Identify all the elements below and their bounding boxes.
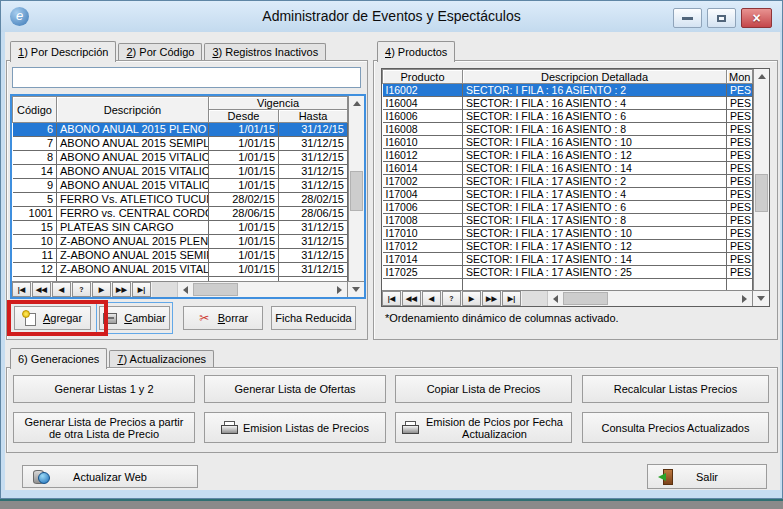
table-row[interactable]: 6ABONO ANUAL 2015 PLENO1/01/1531/12/15 — [13, 123, 348, 137]
cell-descripcion-detallada[interactable]: SECTOR: I FILA : 17 ASIENTO : 10 — [463, 227, 727, 240]
cell-descripcion[interactable]: FERRO Vs. ATLETICO TUCUM — [57, 193, 209, 207]
cell-descripcion-detallada[interactable]: SECTOR: I FILA : 16 ASIENTO : 2 — [463, 84, 727, 97]
cell-descripcion[interactable]: Z-ABONO ANUAL 2015 VITALI — [57, 263, 209, 277]
cell-desde[interactable]: 1/01/15 — [209, 165, 279, 179]
scroll-up-icon[interactable] — [754, 69, 769, 84]
table-row[interactable]: I16006SECTOR: I FILA : 16 ASIENTO : 6PES — [383, 110, 753, 123]
borrar-button[interactable]: Borrar — [183, 306, 263, 330]
hscroll-track[interactable] — [608, 291, 737, 306]
cell-hasta[interactable]: 31/12/15 — [279, 151, 348, 165]
nav-last-button[interactable]: ▶| — [502, 291, 521, 306]
table-row[interactable]: 8ABONO ANUAL 2015 VITALICI1/01/1531/12/1… — [13, 151, 348, 165]
cell-moneda[interactable]: PES — [727, 123, 753, 136]
scroll-down-icon[interactable] — [347, 282, 364, 297]
nav-refresh-button[interactable]: ? — [442, 291, 461, 306]
nav-refresh-button[interactable]: ? — [72, 282, 91, 297]
cell-descripcion-detallada[interactable]: SECTOR: I FILA : 17 ASIENTO : 25 — [463, 266, 727, 279]
cambiar-button[interactable]: Cambiar — [99, 306, 170, 330]
vscroll-thumb[interactable] — [350, 171, 363, 211]
actualizar-web-button[interactable]: Actualizar Web — [22, 465, 198, 488]
table-row[interactable]: 7ABONO ANUAL 2015 SEMIPLE1/01/1531/12/15 — [13, 137, 348, 151]
cell-hasta[interactable]: 28/06/15 — [279, 207, 348, 221]
table-row[interactable]: 12Z-ABONO ANUAL 2015 VITALI1/01/1531/12/… — [13, 263, 348, 277]
cell-moneda[interactable]: PES — [727, 162, 753, 175]
cell-producto[interactable]: I17012 — [383, 240, 463, 253]
tab-por-descripcion[interactable]: 1) Por Descripción — [10, 41, 116, 62]
salir-button[interactable]: Salir — [647, 464, 767, 489]
table-row[interactable]: I17012SECTOR: I FILA : 17 ASIENTO : 12PE… — [383, 240, 753, 253]
generar-lista-de-ofertas-button[interactable]: Generar Lista de Ofertas — [204, 375, 386, 403]
scroll-left-icon[interactable] — [178, 282, 193, 297]
cell-desde[interactable]: 1/01/15 — [209, 137, 279, 151]
vscroll-thumb[interactable] — [755, 174, 768, 212]
cell-codigo[interactable]: 5 — [13, 193, 57, 207]
cell-producto[interactable]: I17004 — [383, 188, 463, 201]
cell-moneda[interactable]: PES — [727, 136, 753, 149]
table-row[interactable]: I17025SECTOR: I FILA : 17 ASIENTO : 25PE… — [383, 266, 753, 279]
cell-producto[interactable]: I16006 — [383, 110, 463, 123]
cell-codigo[interactable]: 11 — [13, 249, 57, 263]
cell-hasta[interactable]: 31/12/15 — [279, 179, 348, 193]
cell-hasta[interactable]: 31/12/15 — [279, 137, 348, 151]
table-row[interactable]: 9ABONO ANUAL 2015 VITALICI1/01/1531/12/1… — [13, 179, 348, 193]
cell-descripcion[interactable]: Z-ABONO ANUAL 2015 PLENO — [57, 235, 209, 249]
cell-desde[interactable]: 1/01/15 — [209, 221, 279, 235]
cell-descripcion-detallada[interactable]: SECTOR: I FILA : 17 ASIENTO : 14 — [463, 253, 727, 266]
cell-codigo[interactable]: 15 — [13, 221, 57, 235]
table-row[interactable]: 15PLATEAS SIN CARGO1/01/1531/12/15 — [13, 221, 348, 235]
cell-hasta[interactable]: 31/12/15 — [279, 123, 348, 137]
cell-producto[interactable]: I17006 — [383, 201, 463, 214]
cell-descripcion-detallada[interactable]: SECTOR: I FILA : 17 ASIENTO : 2 — [463, 175, 727, 188]
ficha-reducida-button[interactable]: Ficha Reducida — [271, 306, 356, 330]
table-row[interactable]: I17006SECTOR: I FILA : 17 ASIENTO : 6PES — [383, 201, 753, 214]
cell-producto[interactable]: I16002 — [383, 84, 463, 97]
cell-descripcion[interactable]: PLATEAS SIN CARGO — [57, 221, 209, 235]
cell-desde[interactable]: 1/01/15 — [209, 151, 279, 165]
table-row[interactable]: I17004SECTOR: I FILA : 17 ASIENTO : 4PES — [383, 188, 753, 201]
table-row[interactable]: I16002SECTOR: I FILA : 16 ASIENTO : 2PES — [383, 84, 753, 97]
cell-codigo[interactable]: 14 — [13, 165, 57, 179]
cell-producto[interactable]: I16012 — [383, 149, 463, 162]
cell-producto[interactable]: I16008 — [383, 123, 463, 136]
cell-producto[interactable]: I17010 — [383, 227, 463, 240]
hscroll-track[interactable] — [238, 282, 332, 297]
cell-producto[interactable]: I16010 — [383, 136, 463, 149]
cell-codigo[interactable]: 6 — [13, 123, 57, 137]
cell-descripcion-detallada[interactable]: SECTOR: I FILA : 16 ASIENTO : 14 — [463, 162, 727, 175]
cell-producto[interactable]: I16004 — [383, 97, 463, 110]
tab-generaciones[interactable]: 6) Generaciones — [10, 348, 107, 369]
cell-descripcion-detallada[interactable]: SECTOR: I FILA : 16 ASIENTO : 6 — [463, 110, 727, 123]
cell-producto[interactable]: I17002 — [383, 175, 463, 188]
tab-registros-inactivos[interactable]: 3) Registros Inactivos — [204, 43, 326, 61]
table-row[interactable]: 1001FERRO vs. CENTRAL CORDO28/06/1528/06… — [13, 207, 348, 221]
cell-codigo[interactable]: 7 — [13, 137, 57, 151]
cell-descripcion-detallada[interactable]: SECTOR: I FILA : 17 ASIENTO : 4 — [463, 188, 727, 201]
hscroll-thumb[interactable] — [193, 283, 238, 296]
cell-descripcion-detallada[interactable]: SECTOR: I FILA : 17 ASIENTO : 12 — [463, 240, 727, 253]
table-row[interactable]: I16010SECTOR: I FILA : 16 ASIENTO : 10PE… — [383, 136, 753, 149]
cell-desde[interactable]: 28/02/15 — [209, 193, 279, 207]
cell-descripcion[interactable]: FERRO vs. CENTRAL CORDO — [57, 207, 209, 221]
scroll-left-icon[interactable] — [548, 291, 563, 306]
cell-descripcion[interactable]: ABONO ANUAL 2015 SEMIPLE — [57, 137, 209, 151]
cell-codigo[interactable]: 9 — [13, 179, 57, 193]
cell-descripcion[interactable]: ABONO ANUAL 2015 VITALICI — [57, 151, 209, 165]
column-header-moneda[interactable]: Mon — [727, 70, 753, 84]
nav-last-button[interactable]: ▶| — [132, 282, 151, 297]
cell-codigo[interactable]: 1001 — [13, 207, 57, 221]
table-row[interactable]: I16004SECTOR: I FILA : 16 ASIENTO : 4PES — [383, 97, 753, 110]
cell-descripcion[interactable]: ABONO ANUAL 2015 VITALICI — [57, 165, 209, 179]
table-row[interactable]: I17002SECTOR: I FILA : 17 ASIENTO : 2PES — [383, 175, 753, 188]
cell-moneda[interactable]: PES — [727, 214, 753, 227]
cell-hasta[interactable]: 31/12/15 — [279, 263, 348, 277]
nav-next-button[interactable]: ▶ — [462, 291, 481, 306]
cell-hasta[interactable]: 28/02/15 — [279, 193, 348, 207]
cell-codigo[interactable]: 12 — [13, 263, 57, 277]
scroll-right-icon[interactable] — [737, 291, 752, 306]
table-row[interactable]: I17008SECTOR: I FILA : 17 ASIENTO : 8PES — [383, 214, 753, 227]
cell-descripcion-detallada[interactable]: SECTOR: I FILA : 16 ASIENTO : 4 — [463, 97, 727, 110]
consulta-precios-actualizados-button[interactable]: Consulta Precios Actualizados — [582, 412, 769, 443]
cell-descripcion[interactable]: Z-ABONO ANUAL 2015 SEMIP — [57, 249, 209, 263]
cell-moneda[interactable]: PES — [727, 201, 753, 214]
cell-hasta[interactable]: 31/12/15 — [279, 165, 348, 179]
